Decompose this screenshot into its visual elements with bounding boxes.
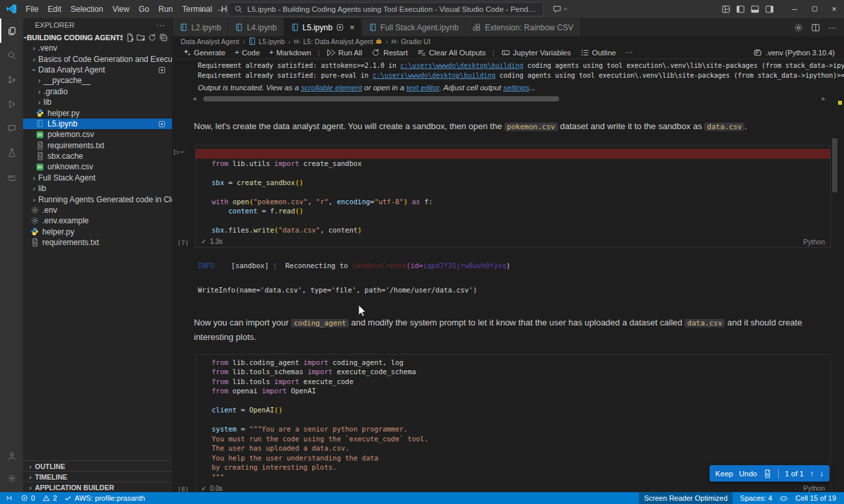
menu-file[interactable]: File bbox=[21, 5, 43, 14]
customize-layout-icon[interactable] bbox=[721, 5, 731, 14]
menu-view[interactable]: View bbox=[107, 5, 134, 14]
code-cell-1[interactable]: ▷ [7] from lib.utils import create_sandb… bbox=[195, 145, 831, 248]
more-button[interactable]: ··· bbox=[620, 49, 638, 57]
status-aws-profile[interactable]: AWS: profile:prasanth bbox=[64, 492, 145, 504]
tree-item-env-example[interactable]: .env.example bbox=[23, 215, 172, 226]
activity-scm[interactable] bbox=[0, 67, 23, 92]
restart-button[interactable]: Restart bbox=[367, 48, 412, 57]
breadcrumb-l5-ipynb[interactable]: L5.ipynb bbox=[248, 37, 285, 45]
tree-item-full-stack-agent[interactable]: ›Full Stack Agent bbox=[23, 173, 172, 183]
link[interactable]: scrollable element bbox=[301, 84, 362, 92]
activity-gear[interactable] bbox=[0, 467, 23, 490]
tree-item-env[interactable]: .env bbox=[23, 205, 172, 215]
tree-item-unknown-csv[interactable]: unknown.csv bbox=[23, 161, 172, 172]
activity-beaker[interactable] bbox=[0, 140, 23, 165]
toggle-sidebarL-icon[interactable] bbox=[736, 5, 745, 14]
tree-item-pokemon-csv[interactable]: pokemon.csv bbox=[23, 129, 172, 140]
section-timeline[interactable]: ›TIMELINE bbox=[23, 471, 172, 482]
toggle-sidebarR-icon[interactable] bbox=[765, 5, 774, 14]
status-indentation[interactable]: Spaces: 4 bbox=[740, 492, 772, 504]
command-center-search[interactable]: L5.ipynb - Building Coding Agents using … bbox=[227, 2, 544, 16]
tree-item-running-agents-generated-code-in-cloud-sa[interactable]: ›Running Agents Generated code in Cloud … bbox=[23, 194, 172, 204]
close-button[interactable]: × bbox=[824, 0, 844, 18]
menu-run[interactable]: Run bbox=[154, 5, 177, 14]
collapse-icon[interactable] bbox=[159, 33, 168, 42]
tree-item-basics-of-code-generation-and-executing-loc[interactable]: ›Basics of Code Generation and Executing… bbox=[23, 53, 172, 64]
menu-selection[interactable]: Selection bbox=[66, 5, 107, 14]
markdown-cell-2[interactable]: Now you can import your coding_agent and… bbox=[194, 316, 831, 344]
section-application-builder[interactable]: ›APPLICATION BUILDER bbox=[23, 482, 172, 492]
scrollbar-thumb[interactable] bbox=[203, 96, 559, 101]
status-remote-indicator[interactable] bbox=[5, 492, 13, 504]
section-outline[interactable]: ›OUTLINE bbox=[23, 461, 172, 471]
tab-extension-rainbow-csv[interactable]: Extension: Rainbow CSV bbox=[466, 18, 580, 36]
code-button[interactable]: +Code bbox=[230, 49, 264, 57]
run-cell-button[interactable]: ▷ bbox=[174, 148, 185, 156]
run-all-button[interactable]: Run All bbox=[322, 48, 367, 57]
tree-item-lib[interactable]: ›lib bbox=[23, 183, 172, 194]
cell-editor[interactable]: from lib.utils import create_sandbox sbx… bbox=[196, 146, 830, 237]
output-horizontal-scrollbar[interactable]: ◀ ▶ bbox=[193, 96, 835, 102]
link[interactable]: c:\users\wwwdo\desktop\building bbox=[400, 62, 524, 69]
cell-language[interactable]: Python bbox=[803, 238, 825, 246]
activity-files[interactable] bbox=[0, 18, 23, 43]
markdown-cell-1[interactable]: Now, let's create the data analyst agent… bbox=[194, 119, 831, 134]
tree-item-helper-py[interactable]: helper.py bbox=[23, 107, 172, 118]
close-tab-icon[interactable]: × bbox=[349, 22, 355, 32]
tree-item-l5-ipynb[interactable]: L5.ipynb bbox=[23, 119, 172, 129]
newfolder-icon[interactable] bbox=[136, 33, 146, 42]
tree-item-requirements-txt[interactable]: requirements.txt bbox=[23, 140, 172, 151]
link[interactable]: settings bbox=[503, 84, 529, 92]
workspace-root-row[interactable]: › BUILDING CODING AGENTS USI... bbox=[23, 32, 172, 43]
status-warnings-count[interactable]: 2 bbox=[42, 492, 57, 504]
cell-editor[interactable]: from lib.coding_agent import coding_agen… bbox=[196, 354, 830, 484]
scroll-left-icon[interactable]: ◀ bbox=[193, 96, 196, 101]
tree-item-lib[interactable]: ›lib bbox=[23, 97, 172, 107]
undo-button[interactable]: Undo bbox=[739, 470, 758, 478]
tab-l2-ipynb[interactable]: L2.ipynb bbox=[173, 18, 228, 36]
keep-button[interactable]: Keep bbox=[715, 470, 733, 478]
newfile-icon[interactable] bbox=[125, 33, 135, 42]
menu-go[interactable]: Go bbox=[134, 5, 154, 14]
explorer-more-actions[interactable]: ··· bbox=[156, 21, 166, 29]
link[interactable]: text editor bbox=[406, 84, 439, 92]
forward-arrow-icon[interactable]: → bbox=[216, 4, 224, 14]
breadcrumb-data-analyst-agent[interactable]: Data Analyst Agent bbox=[181, 38, 239, 45]
generate-button[interactable]: Generate bbox=[178, 48, 230, 57]
tree-item-gradio[interactable]: ›.gradio bbox=[23, 86, 172, 97]
maximize-button[interactable] bbox=[804, 0, 824, 18]
status-cell-position[interactable]: Cell 15 of 19 bbox=[795, 492, 836, 504]
tree-item-pycache[interactable]: ›__pycache__ bbox=[23, 75, 172, 86]
refresh-icon[interactable] bbox=[148, 33, 157, 42]
kernel-picker[interactable]: .venv (Python 3.10.4) bbox=[753, 48, 844, 57]
split-editor-icon[interactable] bbox=[811, 23, 820, 32]
cell-language[interactable]: Python bbox=[803, 484, 825, 492]
file-icon[interactable] bbox=[763, 469, 772, 478]
markdown-button[interactable]: +Markdown bbox=[264, 49, 316, 57]
activity-aws[interactable]: aws bbox=[0, 165, 23, 189]
activity-chat[interactable] bbox=[0, 116, 23, 140]
clear-all-outputs-button[interactable]: Clear All Outputs bbox=[412, 48, 490, 57]
tree-item-venv[interactable]: ›.venv bbox=[23, 43, 172, 53]
next-change-button[interactable]: ↓ bbox=[820, 469, 824, 478]
outline-button[interactable]: Outline bbox=[576, 48, 620, 57]
tree-item-helper-py[interactable]: helper.py bbox=[23, 227, 172, 237]
tree-item-requirements-txt[interactable]: requirements.txt bbox=[23, 237, 172, 248]
breadcrumb-gradio-ui[interactable]: M↓Gradio UI bbox=[392, 38, 431, 45]
jupyter-variables-button[interactable]: Jupyter Variables bbox=[497, 48, 576, 57]
scroll-right-icon[interactable]: ▶ bbox=[822, 96, 826, 101]
more-actions-icon[interactable]: ··· bbox=[828, 24, 836, 32]
tree-item-data-analyst-agent[interactable]: ›Data Analyst Agent bbox=[23, 65, 172, 75]
previous-change-button[interactable]: ↑ bbox=[810, 469, 814, 478]
tab-full-stack-agent-ipynb[interactable]: Full Stack Agent.ipynb bbox=[362, 18, 466, 36]
menu-edit[interactable]: Edit bbox=[43, 5, 66, 14]
chat-toggle[interactable] bbox=[553, 5, 568, 14]
status-errors-count[interactable]: 0 bbox=[20, 492, 35, 504]
tree-item-sbx-cache[interactable]: sbx.cache bbox=[23, 151, 172, 161]
minimize-button[interactable]: – bbox=[785, 0, 804, 18]
editor-vertical-scrollbar[interactable] bbox=[832, 138, 837, 192]
activity-debug[interactable] bbox=[0, 92, 23, 116]
activity-search[interactable] bbox=[0, 43, 23, 67]
status-copilot-status[interactable] bbox=[779, 492, 788, 504]
toggle-panel-icon[interactable] bbox=[750, 5, 760, 14]
